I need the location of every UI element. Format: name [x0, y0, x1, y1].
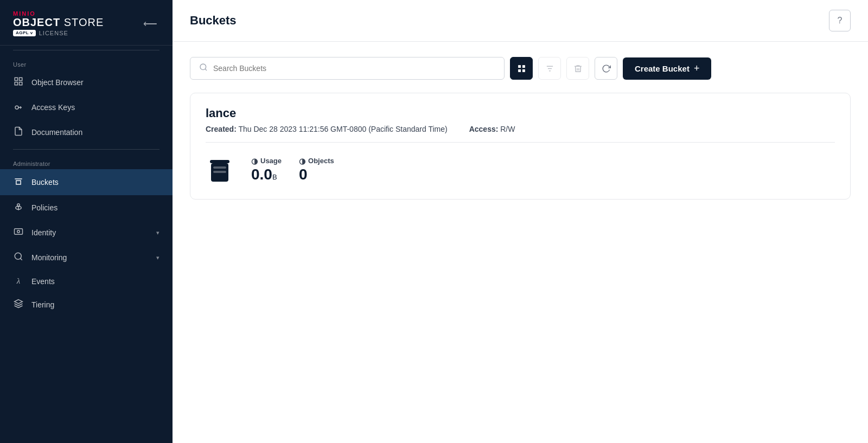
sidebar-header: MINIO OBJECT STORE AGPL v LICENSE ⟵ — [0, 0, 173, 46]
page-title: Buckets — [190, 14, 237, 28]
svg-rect-2 — [15, 82, 17, 85]
sidebar: MINIO OBJECT STORE AGPL v LICENSE ⟵ User… — [0, 0, 173, 443]
svg-rect-20 — [213, 166, 226, 169]
bucket-meta: Created: Thu Dec 28 2023 11:21:56 GMT-08… — [206, 125, 835, 133]
buckets-label: Buckets — [31, 178, 159, 187]
buckets-icon — [13, 176, 24, 189]
bucket-visual-icon — [208, 156, 232, 184]
svg-rect-1 — [20, 78, 22, 80]
collapse-sidebar-button[interactable]: ⟵ — [141, 16, 159, 32]
create-bucket-label: Create Bucket — [635, 64, 690, 73]
tiering-icon — [13, 299, 24, 311]
identity-label: Identity — [31, 228, 149, 237]
sidebar-item-monitoring[interactable]: Monitoring ▾ — [0, 245, 173, 270]
sidebar-item-tiering[interactable]: Tiering — [0, 292, 173, 317]
policies-label: Policies — [31, 203, 159, 212]
logo-license: AGPL v LICENSE — [13, 30, 104, 36]
monitoring-label: Monitoring — [31, 253, 149, 262]
objects-label: ◑ Objects — [299, 157, 334, 165]
tiering-label: Tiering — [31, 300, 159, 309]
help-button[interactable]: ? — [829, 10, 851, 31]
events-label: Events — [31, 277, 159, 286]
bucket-card-divider — [206, 142, 835, 143]
usage-stat: ◑ Usage 0.0B — [251, 157, 282, 183]
monitoring-chevron-icon: ▾ — [156, 254, 159, 261]
bucket-stats: ◑ Usage 0.0B ◑ Objects 0 — [206, 153, 835, 186]
objects-circle-icon: ◑ — [299, 157, 305, 165]
main-header: Buckets ? — [173, 0, 868, 42]
main-content: Create Bucket + lance Created: Thu Dec 2… — [173, 42, 868, 443]
events-icon: λ — [13, 277, 24, 286]
sidebar-item-events[interactable]: λ Events — [0, 270, 173, 292]
sidebar-section-admin-label: Administrator — [0, 154, 173, 169]
svg-point-7 — [17, 230, 20, 233]
sidebar-item-identity[interactable]: Identity ▾ — [0, 220, 173, 245]
sidebar-item-policies[interactable]: Policies — [0, 195, 173, 220]
delete-button[interactable] — [566, 57, 589, 80]
svg-point-8 — [15, 253, 21, 259]
svg-rect-12 — [522, 65, 525, 68]
sidebar-item-documentation[interactable]: Documentation — [0, 120, 173, 145]
filter-button[interactable] — [538, 57, 561, 80]
bucket-access-value: R/W — [500, 125, 515, 133]
bucket-card[interactable]: lance Created: Thu Dec 28 2023 11:21:56 … — [190, 93, 851, 200]
search-icon — [199, 63, 208, 74]
objects-stat: ◑ Objects 0 — [299, 157, 334, 183]
svg-rect-13 — [518, 69, 521, 72]
bucket-created-value: Thu Dec 28 2023 11:21:56 GMT-0800 (Pacif… — [238, 125, 447, 133]
usage-value: 0.0B — [251, 166, 282, 183]
svg-point-10 — [200, 64, 206, 70]
grid-view-button[interactable] — [510, 57, 533, 80]
access-keys-label: Access Keys — [31, 103, 159, 112]
identity-icon — [13, 227, 24, 239]
search-input[interactable] — [213, 64, 495, 73]
object-browser-icon — [13, 76, 24, 88]
main-content-area: Buckets ? Creat — [173, 0, 868, 443]
svg-rect-21 — [213, 171, 226, 173]
monitoring-icon — [13, 252, 24, 264]
svg-rect-6 — [15, 229, 23, 235]
create-bucket-button[interactable]: Create Bucket + — [623, 57, 711, 80]
svg-rect-3 — [20, 82, 22, 85]
bucket-icon-wrap — [206, 153, 234, 186]
usage-circle-icon: ◑ — [251, 157, 258, 165]
svg-rect-18 — [210, 160, 229, 163]
agpl-badge: AGPL v — [13, 30, 36, 36]
create-bucket-plus-icon: + — [694, 63, 700, 74]
svg-point-4 — [15, 106, 18, 109]
sidebar-divider-admin — [13, 149, 159, 150]
usage-label: ◑ Usage — [251, 157, 282, 165]
identity-chevron-icon: ▾ — [156, 229, 159, 236]
objects-value: 0 — [299, 166, 334, 183]
bucket-access: Access: R/W — [469, 125, 515, 133]
documentation-icon — [13, 126, 24, 138]
svg-rect-11 — [518, 65, 521, 68]
svg-rect-0 — [15, 78, 17, 80]
bucket-name: lance — [206, 106, 835, 120]
sidebar-section-user-label: User — [0, 55, 173, 70]
object-browser-label: Object Browser — [31, 78, 159, 87]
bucket-created: Created: Thu Dec 28 2023 11:21:56 GMT-08… — [206, 125, 448, 133]
search-box — [190, 57, 505, 80]
logo-product: OBJECT STORE — [13, 17, 104, 28]
logo: MINIO OBJECT STORE AGPL v LICENSE — [13, 11, 104, 36]
toolbar: Create Bucket + — [190, 57, 851, 80]
access-keys-icon — [13, 101, 24, 113]
license-label: LICENSE — [39, 30, 68, 36]
sidebar-item-buckets[interactable]: Buckets — [0, 169, 173, 195]
sidebar-item-object-browser[interactable]: Object Browser — [0, 70, 173, 95]
svg-marker-9 — [15, 300, 23, 304]
documentation-label: Documentation — [31, 128, 159, 137]
policies-icon — [13, 202, 24, 214]
sidebar-divider-user — [13, 50, 159, 50]
svg-rect-14 — [522, 69, 525, 72]
refresh-button[interactable] — [595, 57, 617, 80]
sidebar-item-access-keys[interactable]: Access Keys — [0, 95, 173, 120]
